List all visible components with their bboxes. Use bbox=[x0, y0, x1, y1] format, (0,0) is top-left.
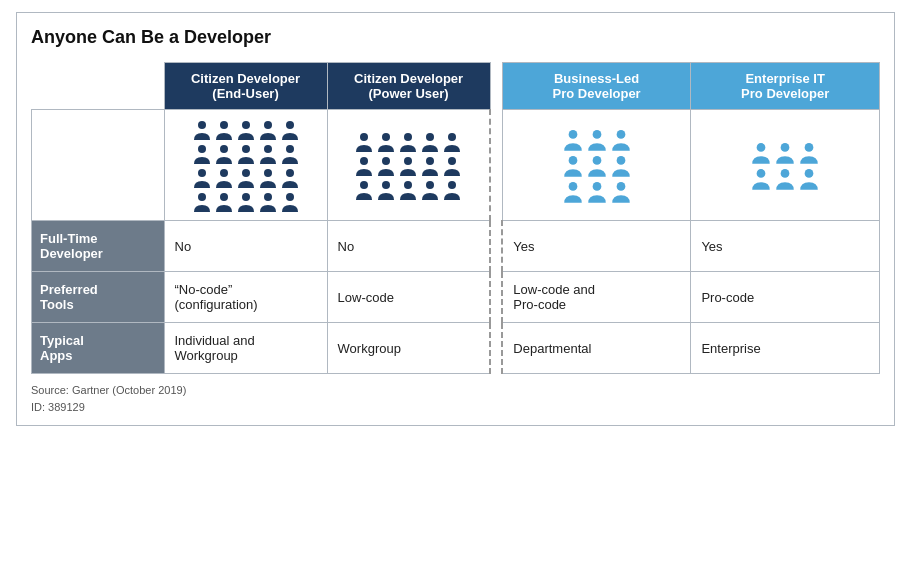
avatar-row bbox=[32, 110, 880, 221]
person-icon bbox=[236, 168, 256, 190]
person-icon bbox=[236, 192, 256, 214]
header-label-empty bbox=[32, 63, 165, 110]
person-icon bbox=[236, 120, 256, 142]
person-icon bbox=[420, 180, 440, 202]
person-icon bbox=[442, 132, 462, 154]
avatar-gap bbox=[490, 110, 502, 221]
person-icon bbox=[562, 155, 584, 179]
person-icon bbox=[192, 120, 212, 142]
avatar-bp bbox=[502, 110, 691, 221]
svg-point-28 bbox=[426, 157, 434, 165]
id-line: ID: 389129 bbox=[31, 399, 880, 416]
svg-point-38 bbox=[568, 156, 577, 165]
person-icon bbox=[354, 180, 374, 202]
svg-point-30 bbox=[360, 181, 368, 189]
person-icon bbox=[280, 120, 300, 142]
person-icon bbox=[376, 132, 396, 154]
person-icon bbox=[420, 132, 440, 154]
person-icon bbox=[214, 192, 234, 214]
data-fulltime-ei: Yes bbox=[691, 221, 880, 272]
svg-point-2 bbox=[242, 121, 250, 129]
person-icon bbox=[442, 180, 462, 202]
person-icon bbox=[280, 144, 300, 166]
svg-point-34 bbox=[448, 181, 456, 189]
svg-point-46 bbox=[805, 143, 814, 152]
person-icon bbox=[586, 181, 608, 205]
row-tools: PreferredTools “No-code”(configuration) … bbox=[32, 272, 880, 323]
svg-point-13 bbox=[264, 169, 272, 177]
svg-point-3 bbox=[264, 121, 272, 129]
svg-point-12 bbox=[242, 169, 250, 177]
avatar-group-bp bbox=[562, 129, 632, 205]
data-fulltime-cd2: No bbox=[327, 221, 490, 272]
person-icon bbox=[258, 144, 278, 166]
svg-point-31 bbox=[382, 181, 390, 189]
person-icon bbox=[562, 129, 584, 153]
data-tools-cd1: “No-code”(configuration) bbox=[164, 272, 327, 323]
svg-point-23 bbox=[426, 133, 434, 141]
header-cd1: Citizen Developer (End-User) bbox=[164, 63, 327, 110]
svg-point-45 bbox=[781, 143, 790, 152]
person-icon bbox=[214, 144, 234, 166]
svg-point-36 bbox=[592, 130, 601, 139]
label-apps: TypicalApps bbox=[32, 323, 165, 374]
data-fulltime-cd1: No bbox=[164, 221, 327, 272]
person-icon bbox=[610, 129, 632, 153]
svg-point-19 bbox=[286, 193, 294, 201]
gap-tools bbox=[490, 272, 502, 323]
person-icon bbox=[258, 168, 278, 190]
svg-point-5 bbox=[198, 145, 206, 153]
source-text: Source: Gartner (October 2019) ID: 38912… bbox=[31, 382, 880, 415]
header-ei: Enterprise IT Pro Developer bbox=[691, 63, 880, 110]
data-apps-cd1: Individual andWorkgroup bbox=[164, 323, 327, 374]
svg-point-11 bbox=[220, 169, 228, 177]
page-title: Anyone Can Be a Developer bbox=[31, 27, 880, 48]
svg-point-14 bbox=[286, 169, 294, 177]
svg-point-44 bbox=[757, 143, 766, 152]
gap-apps bbox=[490, 323, 502, 374]
svg-point-17 bbox=[242, 193, 250, 201]
svg-point-42 bbox=[592, 182, 601, 191]
gap-fulltime bbox=[490, 221, 502, 272]
svg-point-29 bbox=[448, 157, 456, 165]
comparison-table: Citizen Developer (End-User) Citizen Dev… bbox=[31, 62, 880, 374]
person-icon bbox=[398, 156, 418, 178]
svg-point-47 bbox=[757, 169, 766, 178]
svg-point-7 bbox=[242, 145, 250, 153]
svg-point-33 bbox=[426, 181, 434, 189]
svg-point-49 bbox=[805, 169, 814, 178]
label-tools: PreferredTools bbox=[32, 272, 165, 323]
person-icon bbox=[192, 168, 212, 190]
svg-point-20 bbox=[360, 133, 368, 141]
svg-point-16 bbox=[220, 193, 228, 201]
person-icon bbox=[214, 168, 234, 190]
person-icon bbox=[280, 192, 300, 214]
avatar-label-empty bbox=[32, 110, 165, 221]
data-tools-ei: Pro-code bbox=[691, 272, 880, 323]
row-apps: TypicalApps Individual andWorkgroup Work… bbox=[32, 323, 880, 374]
person-icon bbox=[586, 155, 608, 179]
svg-point-32 bbox=[404, 181, 412, 189]
svg-point-40 bbox=[616, 156, 625, 165]
svg-point-24 bbox=[448, 133, 456, 141]
person-icon bbox=[750, 142, 772, 166]
header-cd2: Citizen Developer (Power User) bbox=[327, 63, 490, 110]
person-icon bbox=[376, 180, 396, 202]
person-icon bbox=[398, 132, 418, 154]
header-bp: Business-Led Pro Developer bbox=[502, 63, 691, 110]
person-icon bbox=[562, 181, 584, 205]
main-container: Anyone Can Be a Developer Citizen Develo… bbox=[16, 12, 895, 426]
person-icon bbox=[258, 192, 278, 214]
person-icon bbox=[280, 168, 300, 190]
person-icon bbox=[214, 120, 234, 142]
svg-point-27 bbox=[404, 157, 412, 165]
person-icon bbox=[610, 155, 632, 179]
avatar-cd1 bbox=[164, 110, 327, 221]
svg-point-39 bbox=[592, 156, 601, 165]
data-apps-cd2: Workgroup bbox=[327, 323, 490, 374]
data-tools-cd2: Low-code bbox=[327, 272, 490, 323]
data-apps-bp: Departmental bbox=[502, 323, 691, 374]
person-icon bbox=[192, 144, 212, 166]
avatar-ei bbox=[691, 110, 880, 221]
svg-point-43 bbox=[616, 182, 625, 191]
